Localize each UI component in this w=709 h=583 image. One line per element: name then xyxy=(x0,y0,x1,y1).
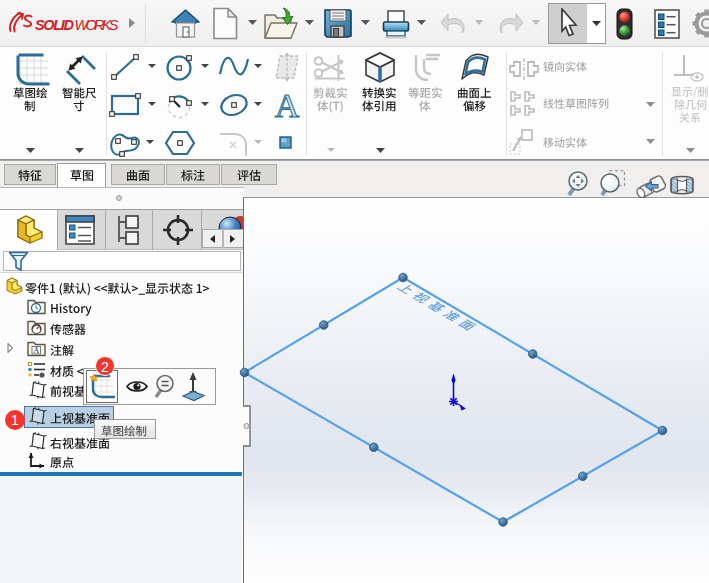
svg-text:WORKS: WORKS xyxy=(75,17,119,33)
svg-text:A: A xyxy=(33,346,39,355)
svg-text:SOLID: SOLID xyxy=(35,17,75,33)
svg-text:A: A xyxy=(275,88,300,120)
